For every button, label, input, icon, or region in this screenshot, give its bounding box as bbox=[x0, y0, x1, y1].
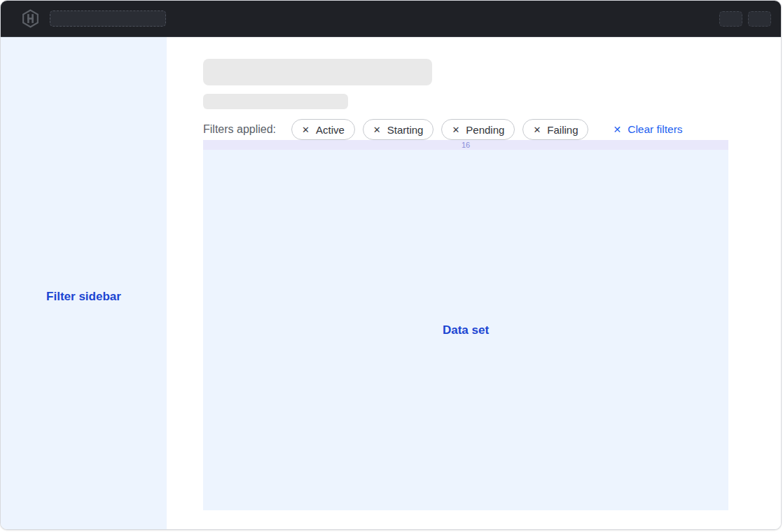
remove-filter-icon[interactable]: ✕ bbox=[373, 125, 381, 134]
filter-sidebar-label: Filter sidebar bbox=[46, 290, 121, 304]
nav-button-placeholder bbox=[719, 11, 742, 27]
applied-filters-row: Filters applied: ✕ Active ✕ Starting ✕ P… bbox=[203, 119, 728, 140]
main-content: Filters applied: ✕ Active ✕ Starting ✕ P… bbox=[167, 37, 781, 529]
clear-filters-button[interactable]: ✕ Clear filters bbox=[613, 123, 682, 136]
result-count-bar: 16 bbox=[203, 140, 728, 150]
page-body: Filter sidebar Filters applied: ✕ Active… bbox=[1, 37, 781, 529]
filter-sidebar: Filter sidebar bbox=[1, 37, 167, 529]
top-navbar bbox=[1, 1, 781, 37]
page-title-placeholder bbox=[203, 59, 432, 85]
nav-actions bbox=[719, 11, 771, 27]
nav-button-placeholder bbox=[748, 11, 771, 27]
filter-chip-label: Active bbox=[316, 124, 345, 136]
clear-filters-icon[interactable]: ✕ bbox=[613, 125, 621, 134]
data-set-region: Data set bbox=[203, 150, 728, 510]
clear-filters-label: Clear filters bbox=[628, 123, 682, 136]
filters-applied-label: Filters applied: bbox=[203, 123, 276, 136]
filter-chip-starting[interactable]: ✕ Starting bbox=[363, 119, 434, 140]
app-window: Filter sidebar Filters applied: ✕ Active… bbox=[0, 0, 782, 530]
remove-filter-icon[interactable]: ✕ bbox=[533, 125, 541, 134]
filter-chip-failing[interactable]: ✕ Failing bbox=[522, 119, 588, 140]
hashicorp-logo-icon bbox=[21, 9, 40, 28]
filter-chip-label: Failing bbox=[547, 124, 578, 136]
page-subtitle-placeholder bbox=[203, 94, 348, 109]
filter-chip-active[interactable]: ✕ Active bbox=[291, 119, 355, 140]
filter-chip-label: Pending bbox=[466, 124, 504, 136]
remove-filter-icon[interactable]: ✕ bbox=[302, 125, 310, 134]
data-set-label: Data set bbox=[443, 323, 489, 337]
remove-filter-icon[interactable]: ✕ bbox=[452, 125, 459, 134]
nav-search-placeholder bbox=[50, 10, 166, 27]
filter-chip-label: Starting bbox=[387, 124, 424, 136]
filter-chip-pending[interactable]: ✕ Pending bbox=[441, 119, 515, 140]
